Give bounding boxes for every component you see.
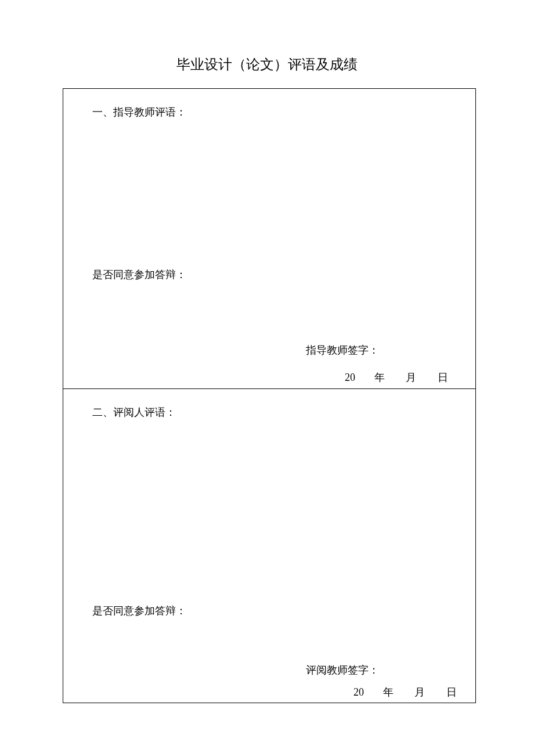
section-2-date-line: 20 年 月 日	[353, 685, 457, 699]
date-month-label: 月	[406, 370, 416, 384]
section-1-date-line: 20 年 月 日	[345, 370, 448, 384]
section-2-agree-defense-label: 是否同意参加答辩：	[92, 604, 186, 618]
advisor-signature-label: 指导教师签字：	[306, 343, 379, 357]
date-year-label: 年	[383, 685, 394, 699]
date-prefix: 20	[353, 686, 364, 699]
section-reviewer-comments: 二、评阅人评语： 是否同意参加答辩： 评阅教师签字： 20 年 月 日	[63, 389, 475, 703]
date-prefix: 20	[345, 372, 355, 384]
section-1-agree-defense-label: 是否同意参加答辩：	[92, 268, 186, 282]
section-1-heading: 一、指导教师评语：	[92, 105, 464, 119]
date-month-label: 月	[414, 685, 425, 699]
section-2-heading: 二、评阅人评语：	[92, 405, 464, 419]
section-advisor-comments: 一、指导教师评语： 是否同意参加答辩： 指导教师签字： 20 年 月 日	[63, 89, 475, 389]
date-day-label: 日	[446, 685, 457, 699]
reviewer-signature-label: 评阅教师签字：	[306, 663, 379, 677]
evaluation-form: 一、指导教师评语： 是否同意参加答辩： 指导教师签字： 20 年 月 日 二、评…	[63, 88, 476, 703]
date-year-label: 年	[374, 370, 385, 384]
date-day-label: 日	[438, 370, 448, 384]
page-title: 毕业设计（论文）评语及成绩	[0, 0, 534, 88]
